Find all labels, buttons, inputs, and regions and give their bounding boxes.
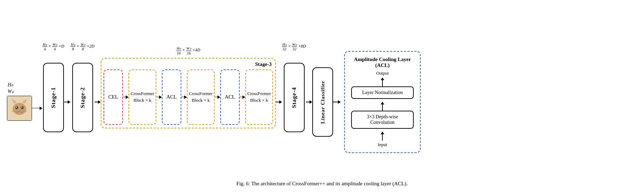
svg-point-1 <box>13 103 26 115</box>
acl-detail-container: Amplitude Cooling Layer (ACL) Output Lay… <box>344 51 421 153</box>
acl-box-1: ACL <box>162 69 181 125</box>
arrow-ln-output <box>381 77 384 86</box>
arrow-acl2-cf3 <box>240 95 245 99</box>
main-container: H₀ W₀ <box>0 0 644 195</box>
dim-label-2: H₀8 × W₀8 ×2D <box>71 42 94 51</box>
dim-label-1: H₀4 × W₀4 ×D <box>42 42 64 51</box>
depthwise-conv-box: 3×3 Depth-wise Convolution <box>351 111 414 129</box>
cel-label: CEL <box>108 94 118 100</box>
svg-point-8 <box>16 107 17 108</box>
arrow-cf2-acl2 <box>215 95 220 99</box>
crossformer-label-1: CrossFormerBlock × k <box>131 91 154 103</box>
crossformer-box-1: CrossFormerBlock × k <box>129 69 156 125</box>
stage1-label: Stage-1 <box>50 87 57 108</box>
arrow-s3-s4 <box>276 100 282 104</box>
diagram-area: H₀ W₀ <box>7 3 637 178</box>
arrow-image-to-stage1 <box>32 107 42 110</box>
arrow-s1-s2 <box>64 100 71 104</box>
acl-label-1: ACL <box>166 94 177 100</box>
stage3-title: Stage-3 <box>255 61 273 67</box>
w0-label: W₀ <box>8 88 14 94</box>
arrow-linear-acl <box>333 100 341 104</box>
arrow-acl1-cf2 <box>181 95 187 99</box>
acl-output-label: Output <box>376 70 389 76</box>
linear-classifier-box: Linear Classifier <box>312 67 333 137</box>
crossformer-label-2: CrossFormerBlock × k <box>189 91 213 103</box>
stage2-label: Stage-2 <box>79 87 86 108</box>
stage4-box: Stage-4 <box>284 63 305 132</box>
acl-detail-title: Amplitude Cooling Layer (ACL) <box>350 57 414 68</box>
acl-input-label: Input <box>378 142 387 147</box>
arrow-cf1-acl1 <box>156 95 162 99</box>
dim-label-3: H₀16 × W₀16 ×4D <box>176 46 200 55</box>
input-image <box>7 96 32 121</box>
arrow-s2-s3 <box>94 100 101 104</box>
arrow-conv-ln <box>381 102 384 111</box>
layer-norm-label: Layer Normalization <box>362 90 403 95</box>
crossformer-box-2: CrossFormerBlock × k <box>187 69 215 125</box>
stage3-container: Stage-3 CEL CrossFormerBlock × k <box>101 58 276 128</box>
crossformer-box-3: CrossFormerBlock × k <box>245 69 273 125</box>
crossformer-label-3: CrossFormerBlock × k <box>247 91 271 103</box>
acl-box-2: ACL <box>220 69 240 125</box>
arrow-s4-linear <box>306 100 312 104</box>
arrow-input-conv <box>381 132 384 141</box>
stage1-box: Stage-1 <box>43 63 64 132</box>
depthwise-conv-label: 3×3 Depth-wise Convolution <box>367 114 398 125</box>
h0-label: H₀ <box>8 82 13 88</box>
dim-label-4: H₀32 × W₀32 ×8D <box>282 42 306 51</box>
arrow-cel-cf1 <box>123 95 129 99</box>
acl-label-2: ACL <box>225 94 235 100</box>
cel-box: CEL <box>104 69 123 125</box>
svg-point-9 <box>21 107 22 108</box>
linear-classifier-label: Linear Classifier <box>320 80 326 124</box>
stage2-box: Stage-2 <box>72 63 93 132</box>
stage3-inner: CEL CrossFormerBlock × k <box>104 69 273 125</box>
layer-norm-box: Layer Normalization <box>351 86 414 99</box>
figure-caption: Fig. 6: The architecture of CrossFormer+… <box>237 181 408 188</box>
stage4-label: Stage-4 <box>291 87 298 108</box>
